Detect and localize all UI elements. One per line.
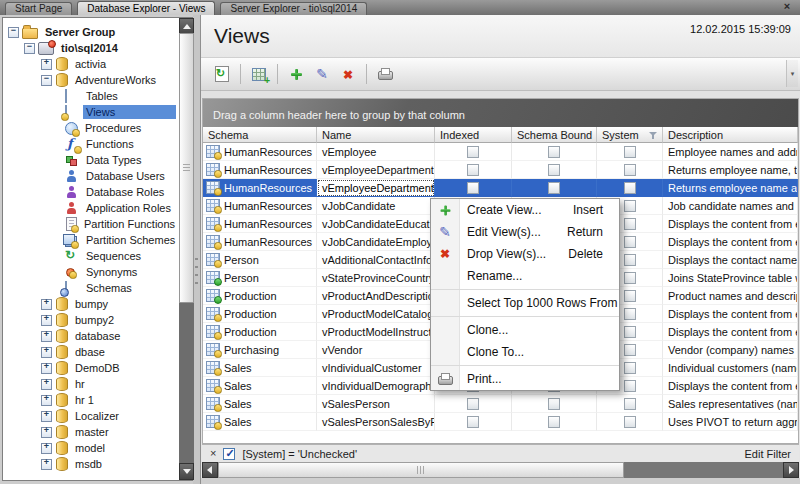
tree-item-bumpy[interactable]: bumpy (3, 296, 194, 312)
tree-item-schemas[interactable]: Schemas (3, 280, 194, 296)
table-row[interactable]: Sales vSalesPersonSalesByFi... Uses PIVO… (203, 413, 798, 431)
tree-item-demodb[interactable]: DemoDB (3, 360, 194, 376)
table-row[interactable]: Sales vSalesPerson Sales representatives… (203, 395, 798, 413)
tree-item-data-types[interactable]: Data Types (3, 152, 194, 168)
scroll-down-icon[interactable] (179, 463, 194, 480)
column-header-name[interactable]: Name (317, 127, 435, 143)
horizontal-scrollbar[interactable] (202, 462, 799, 478)
tree-item-master[interactable]: master (3, 424, 194, 440)
close-icon[interactable]: × (780, 0, 794, 13)
collapse-icon[interactable] (24, 43, 35, 54)
tree-item-sequences[interactable]: Sequences (3, 248, 194, 264)
refresh-button[interactable] (210, 62, 234, 86)
table-row-selected[interactable]: HumanResources vEmployeeDepartment... Re… (203, 179, 798, 197)
column-header-system[interactable]: System (597, 127, 663, 143)
expand-icon[interactable] (41, 395, 52, 406)
expand-icon[interactable] (41, 411, 52, 422)
system-checkbox[interactable] (624, 182, 636, 194)
schema-bound-checkbox[interactable] (548, 398, 560, 410)
expand-icon[interactable] (41, 379, 52, 390)
scroll-right-icon[interactable] (783, 462, 799, 478)
tree-item-hr[interactable]: hr (3, 376, 194, 392)
expand-icon[interactable] (41, 331, 52, 342)
panel-splitter[interactable] (193, 15, 200, 484)
tree-item-application-roles[interactable]: Application Roles (3, 200, 194, 216)
tree-item-adventureworks[interactable]: AdventureWorks (3, 72, 194, 88)
indexed-checkbox[interactable] (467, 182, 479, 194)
tab-database-explorer-views[interactable]: Database Explorer - Views (77, 1, 215, 15)
create-table-button[interactable] (247, 62, 271, 86)
system-checkbox[interactable] (624, 236, 636, 248)
schema-bound-checkbox[interactable] (548, 164, 560, 176)
horizontal-scrollbar-thumb[interactable] (218, 462, 624, 478)
system-checkbox[interactable] (624, 398, 636, 410)
tree-item-views[interactable]: Views (3, 104, 194, 120)
column-header-indexed[interactable]: Indexed (435, 127, 512, 143)
tree-item-server-group[interactable]: Server Group (3, 24, 194, 40)
column-header-description[interactable]: Description (663, 127, 798, 143)
system-checkbox[interactable] (624, 380, 636, 392)
system-checkbox[interactable] (624, 416, 636, 428)
tree-item-database-roles[interactable]: Database Roles (3, 184, 194, 200)
expand-icon[interactable] (41, 59, 52, 70)
expand-icon[interactable] (41, 443, 52, 454)
tree-item-bumpy2[interactable]: bumpy2 (3, 312, 194, 328)
tab-server-explorer[interactable]: Server Explorer - tio\sql2014 (220, 2, 367, 15)
print-button[interactable] (373, 62, 397, 86)
schema-bound-checkbox[interactable] (548, 416, 560, 428)
schema-bound-checkbox[interactable] (548, 146, 560, 158)
add-view-button[interactable] (284, 62, 308, 86)
indexed-checkbox[interactable] (467, 398, 479, 410)
expand-icon[interactable] (41, 347, 52, 358)
tree-item-activia[interactable]: activia (3, 56, 194, 72)
system-checkbox[interactable] (624, 362, 636, 374)
menu-item-print[interactable]: Print... (431, 368, 619, 390)
tree-item-functions[interactable]: Functions (3, 136, 194, 152)
edit-filter-link[interactable]: Edit Filter (745, 448, 791, 460)
expand-icon[interactable] (41, 459, 52, 470)
system-checkbox[interactable] (624, 146, 636, 158)
scroll-left-icon[interactable] (202, 462, 218, 478)
menu-item-clone[interactable]: Clone... (431, 319, 619, 341)
system-checkbox[interactable] (624, 344, 636, 356)
tree-item-localizer[interactable]: Localizer (3, 408, 194, 424)
tree-item-dbase[interactable]: dbase (3, 344, 194, 360)
menu-item-select-top-1000[interactable]: Select Top 1000 Rows From (431, 292, 619, 314)
system-checkbox[interactable] (624, 308, 636, 320)
system-checkbox[interactable] (624, 254, 636, 266)
tree-item-msdb[interactable]: msdb (3, 456, 194, 472)
indexed-checkbox[interactable] (467, 146, 479, 158)
indexed-checkbox[interactable] (467, 416, 479, 428)
expand-icon[interactable] (41, 363, 52, 374)
drop-view-button[interactable] (336, 62, 360, 86)
remove-filter-icon[interactable]: × (210, 448, 216, 459)
table-row[interactable]: HumanResources vEmployeeDepartment Retur… (203, 161, 798, 179)
menu-item-create-view[interactable]: Create View... Insert (431, 199, 619, 221)
system-checkbox[interactable] (624, 218, 636, 230)
tab-start-page[interactable]: Start Page (5, 2, 72, 15)
menu-item-drop-view[interactable]: Drop View(s)... Delete (431, 243, 619, 265)
menu-item-edit-view[interactable]: Edit View(s)... Return (431, 221, 619, 243)
tree-item-tables[interactable]: Tables (3, 88, 194, 104)
collapse-icon[interactable] (8, 27, 19, 38)
tree-item-tio-sql2014[interactable]: tio\sql2014 (3, 40, 194, 56)
system-checkbox[interactable] (624, 272, 636, 284)
expand-icon[interactable] (41, 315, 52, 326)
system-checkbox[interactable] (624, 290, 636, 302)
system-checkbox[interactable] (624, 326, 636, 338)
filter-funnel-icon[interactable] (649, 131, 658, 140)
edit-view-button[interactable] (310, 62, 334, 86)
tree-item-partition-schemes[interactable]: Partition Schemes (3, 232, 194, 248)
tree-item-database[interactable]: database (3, 328, 194, 344)
menu-item-rename[interactable]: Rename... (431, 265, 619, 287)
tree-scrollbar-thumb[interactable] (179, 33, 194, 303)
collapse-icon[interactable] (41, 75, 52, 86)
tree-item-model[interactable]: model (3, 440, 194, 456)
toolbar-overflow-button[interactable]: ▾ (786, 60, 798, 87)
column-header-schema-bound[interactable]: Schema Bound (512, 127, 597, 143)
tree-item-hr-1[interactable]: hr 1 (3, 392, 194, 408)
tree-item-partition-functions[interactable]: Partition Functions (3, 216, 194, 232)
menu-item-clone-to[interactable]: Clone To... (431, 341, 619, 363)
tree-item-database-users[interactable]: Database Users (3, 168, 194, 184)
table-row[interactable]: HumanResources vEmployee Employee names … (203, 143, 798, 161)
